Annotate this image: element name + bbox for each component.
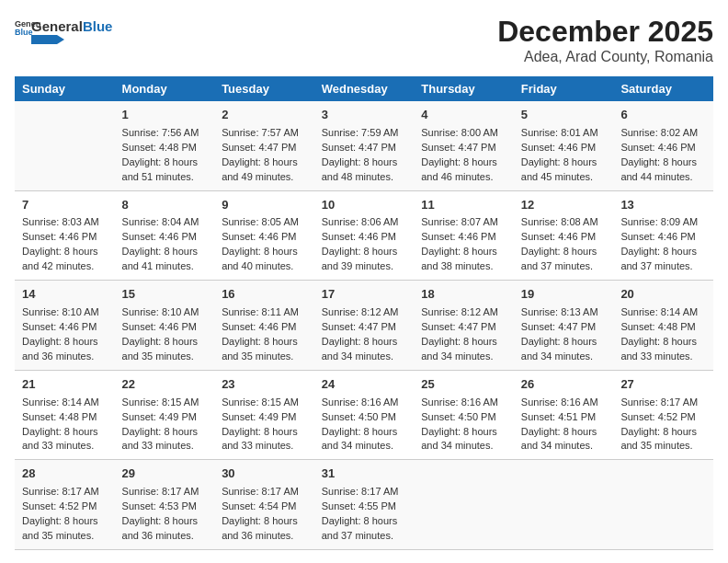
cell-info-line: and 33 minutes.: [122, 439, 208, 454]
cell-info-line: and 38 minutes.: [421, 259, 506, 274]
cell-info-line: Daylight: 8 hours: [421, 425, 506, 440]
cell-info-line: Sunrise: 8:03 AM: [22, 215, 108, 230]
svg-text:Blue: Blue: [15, 28, 33, 37]
day-number: 18: [421, 286, 506, 304]
cell-info-line: Daylight: 8 hours: [521, 245, 607, 259]
cell-info-line: and 34 minutes.: [421, 439, 506, 454]
cell-info-line: Daylight: 8 hours: [322, 245, 407, 259]
col-header-friday: Friday: [514, 76, 614, 101]
cell-info-line: Sunrise: 8:13 AM: [521, 305, 607, 320]
cell-info-line: and 40 minutes.: [222, 259, 307, 274]
cell-info-line: Daylight: 8 hours: [322, 335, 407, 350]
calendar-cell: 12Sunrise: 8:08 AMSunset: 4:46 PMDayligh…: [514, 190, 614, 281]
cell-info-line: and 33 minutes.: [22, 439, 108, 454]
logo-text-block: GeneralBlue: [31, 18, 112, 44]
day-number: 23: [222, 376, 307, 394]
calendar-cell: 8Sunrise: 8:04 AMSunset: 4:46 PMDaylight…: [115, 190, 215, 281]
calendar-cell: 21Sunrise: 8:14 AMSunset: 4:48 PMDayligh…: [15, 370, 115, 460]
cell-info-line: and 36 minutes.: [22, 350, 108, 364]
calendar-cell: 2Sunrise: 7:57 AMSunset: 4:47 PMDaylight…: [214, 101, 314, 190]
calendar-header-row: SundayMondayTuesdayWednesdayThursdayFrid…: [15, 76, 713, 101]
calendar-cell: 4Sunrise: 8:00 AMSunset: 4:47 PMDaylight…: [414, 101, 514, 190]
cell-info-line: Daylight: 8 hours: [521, 425, 607, 440]
cell-info-line: Sunset: 4:46 PM: [122, 230, 208, 245]
calendar-cell: 15Sunrise: 8:10 AMSunset: 4:46 PMDayligh…: [115, 281, 215, 371]
cell-info-line: and 34 minutes.: [322, 350, 407, 364]
cell-info-line: Sunrise: 8:14 AM: [22, 396, 108, 410]
col-header-monday: Monday: [115, 76, 215, 101]
calendar-cell: 11Sunrise: 8:07 AMSunset: 4:46 PMDayligh…: [414, 190, 514, 281]
cell-info-line: and 36 minutes.: [222, 529, 307, 544]
cell-info-line: Daylight: 8 hours: [22, 425, 108, 440]
calendar-cell: 20Sunrise: 8:14 AMSunset: 4:48 PMDayligh…: [613, 281, 713, 371]
cell-info-line: Sunset: 4:46 PM: [22, 320, 108, 335]
cell-info-line: Sunset: 4:51 PM: [521, 410, 607, 425]
cell-info-line: Daylight: 8 hours: [22, 245, 108, 259]
cell-info-line: Daylight: 8 hours: [322, 514, 407, 529]
cell-info-line: Daylight: 8 hours: [222, 245, 307, 259]
day-number: 4: [421, 107, 506, 124]
cell-info-line: Sunrise: 8:08 AM: [521, 215, 607, 230]
title-area: December 2025 Adea, Arad County, Romania: [497, 15, 713, 65]
cell-info-line: Sunset: 4:49 PM: [122, 410, 208, 425]
cell-info-line: Sunset: 4:49 PM: [222, 410, 307, 425]
cell-info-line: Sunset: 4:47 PM: [421, 141, 506, 155]
cell-info-line: Sunrise: 7:56 AM: [122, 126, 208, 141]
cell-info-line: Sunset: 4:46 PM: [521, 141, 607, 155]
cell-info-line: Sunrise: 8:10 AM: [22, 305, 108, 320]
cell-info-line: Sunrise: 8:17 AM: [222, 485, 307, 500]
cell-info-line: Daylight: 8 hours: [521, 335, 607, 350]
week-row-2: 7Sunrise: 8:03 AMSunset: 4:46 PMDaylight…: [15, 190, 713, 281]
cell-info-line: and 48 minutes.: [322, 170, 407, 185]
day-number: 7: [22, 197, 108, 214]
calendar-cell: 19Sunrise: 8:13 AMSunset: 4:47 PMDayligh…: [514, 281, 614, 371]
col-header-saturday: Saturday: [613, 76, 713, 101]
cell-info-line: Sunrise: 8:16 AM: [521, 396, 607, 410]
calendar-cell: 23Sunrise: 8:15 AMSunset: 4:49 PMDayligh…: [214, 370, 314, 460]
cell-info-line: Sunrise: 7:57 AM: [222, 126, 307, 141]
calendar-cell: [15, 101, 115, 190]
cell-info-line: Sunset: 4:48 PM: [22, 410, 108, 425]
day-number: 17: [322, 286, 407, 304]
cell-info-line: and 41 minutes.: [122, 259, 208, 274]
cell-info-line: and 34 minutes.: [322, 439, 407, 454]
cell-info-line: Sunset: 4:47 PM: [421, 320, 506, 335]
calendar-cell: 27Sunrise: 8:17 AMSunset: 4:52 PMDayligh…: [613, 370, 713, 460]
calendar-cell: 16Sunrise: 8:11 AMSunset: 4:46 PMDayligh…: [214, 281, 314, 371]
cell-info-line: and 34 minutes.: [521, 439, 607, 454]
day-number: 14: [22, 286, 108, 304]
day-number: 31: [322, 465, 407, 483]
cell-info-line: and 49 minutes.: [222, 170, 307, 185]
cell-info-line: Daylight: 8 hours: [222, 155, 307, 170]
cell-info-line: Sunrise: 8:07 AM: [421, 215, 506, 230]
cell-info-line: Daylight: 8 hours: [620, 245, 706, 259]
cell-info-line: Sunrise: 7:59 AM: [322, 126, 407, 141]
col-header-thursday: Thursday: [414, 76, 514, 101]
cell-info-line: Sunrise: 8:10 AM: [122, 305, 208, 320]
day-number: 28: [22, 465, 108, 483]
cell-info-line: Sunset: 4:52 PM: [22, 500, 108, 514]
cell-info-line: Sunset: 4:46 PM: [620, 230, 706, 245]
cell-info-line: Sunset: 4:46 PM: [421, 230, 506, 245]
day-number: 22: [122, 376, 208, 394]
cell-info-line: Sunset: 4:46 PM: [222, 320, 307, 335]
cell-info-line: and 35 minutes.: [22, 529, 108, 544]
cell-info-line: Sunset: 4:46 PM: [620, 141, 706, 155]
day-number: 27: [620, 376, 706, 394]
main-title: December 2025: [497, 15, 713, 49]
cell-info-line: Sunset: 4:48 PM: [620, 320, 706, 335]
calendar-cell: [613, 460, 713, 550]
logo-blue: Blue: [83, 18, 113, 34]
cell-info-line: Sunrise: 8:15 AM: [222, 396, 307, 410]
calendar-cell: 24Sunrise: 8:16 AMSunset: 4:50 PMDayligh…: [314, 370, 415, 460]
cell-info-line: and 34 minutes.: [521, 350, 607, 364]
cell-info-line: Sunset: 4:50 PM: [322, 410, 407, 425]
cell-info-line: Sunset: 4:47 PM: [322, 320, 407, 335]
calendar-cell: 25Sunrise: 8:16 AMSunset: 4:50 PMDayligh…: [414, 370, 514, 460]
cell-info-line: Daylight: 8 hours: [521, 155, 607, 170]
cell-info-line: Sunrise: 8:00 AM: [421, 126, 506, 141]
day-number: 1: [122, 107, 208, 124]
cell-info-line: Daylight: 8 hours: [222, 425, 307, 440]
cell-info-line: Daylight: 8 hours: [22, 335, 108, 350]
cell-info-line: and 35 minutes.: [122, 350, 208, 364]
